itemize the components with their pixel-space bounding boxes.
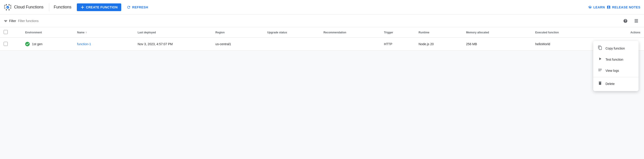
nav-actions: CREATE FUNCTION REFRESH (77, 4, 588, 11)
breadcrumb: Functions (54, 5, 72, 10)
function-name-cell: function-1 (74, 38, 134, 51)
table-row: 1st gen function-1 Nov 3, 2023, 4:57:07 … (0, 38, 644, 51)
columns-button[interactable] (632, 17, 640, 25)
refresh-button[interactable]: REFRESH (123, 4, 152, 11)
help-button[interactable] (621, 17, 630, 25)
name-header[interactable]: Name ↑ (74, 27, 134, 38)
environment-cell: 1st gen (32, 42, 42, 46)
actions-header: Actions (609, 27, 644, 38)
release-notes-link[interactable]: RELEASE NOTES (606, 5, 640, 9)
help-icon (623, 19, 628, 23)
svg-rect-0 (4, 5, 6, 6)
app-name: Cloud Functions (14, 5, 44, 10)
last-deployed-header: Last deployed (134, 27, 212, 38)
svg-rect-1 (4, 6, 5, 7)
recommendation-cell (320, 38, 380, 51)
recommendation-header: Recommendation (320, 27, 380, 38)
context-menu: Copy function Test function View logs De… (593, 41, 638, 51)
filter-icon (4, 19, 8, 23)
region-header: Region (212, 27, 264, 38)
svg-rect-8 (6, 9, 7, 11)
select-all-header (0, 27, 22, 38)
executed-function-header: Executed function (532, 27, 609, 38)
functions-table: Environment Name ↑ Last deployed Region … (0, 27, 644, 51)
filter-actions (621, 17, 640, 25)
release-notes-icon (606, 5, 611, 9)
select-all-checkbox[interactable] (4, 30, 8, 34)
svg-rect-3 (10, 5, 11, 6)
learn-link[interactable]: LEARN (588, 5, 605, 9)
columns-icon (634, 19, 638, 23)
nav-right: LEARN RELEASE NOTES (588, 5, 640, 9)
app-logo: Cloud Functions (4, 3, 49, 11)
top-nav: Cloud Functions Functions CREATE FUNCTIO… (0, 0, 644, 15)
svg-rect-6 (6, 4, 7, 6)
last-deployed-cell: Nov 3, 2023, 4:57:07 PM (134, 38, 212, 51)
runtime-cell: Node.js 20 (415, 38, 462, 51)
svg-rect-7 (8, 4, 10, 6)
upgrade-status-header: Upgrade status (264, 27, 320, 38)
memory-cell: 256 MB (462, 38, 532, 51)
svg-rect-5 (10, 8, 11, 9)
refresh-icon (127, 5, 131, 9)
logo-icon (4, 3, 12, 11)
filter-input[interactable] (18, 19, 621, 23)
trigger-cell: HTTP (380, 38, 415, 51)
runtime-header: Runtime (415, 27, 462, 38)
learn-icon (588, 5, 592, 9)
environment-header: Environment (22, 27, 74, 38)
filter-bar: Filter (0, 15, 644, 27)
status-ok-icon (25, 42, 30, 46)
svg-rect-2 (4, 8, 6, 9)
svg-rect-4 (10, 6, 11, 7)
menu-copy-function[interactable]: Copy function (593, 43, 638, 51)
function-link[interactable]: function-1 (77, 42, 91, 46)
upgrade-status-cell (264, 38, 320, 51)
create-function-button[interactable]: CREATE FUNCTION (77, 4, 121, 11)
plus-icon (80, 5, 84, 9)
region-cell: us-central1 (212, 38, 264, 51)
filter-button[interactable]: Filter (4, 19, 16, 23)
row-checkbox[interactable] (4, 42, 8, 46)
sort-arrow-icon: ↑ (86, 31, 87, 34)
row-status-cell: 1st gen (22, 38, 74, 51)
svg-rect-9 (8, 9, 10, 11)
copy-icon (598, 45, 602, 51)
trigger-header: Trigger (380, 27, 415, 38)
memory-header: Memory allocated (462, 27, 532, 38)
row-checkbox-cell (0, 38, 22, 51)
